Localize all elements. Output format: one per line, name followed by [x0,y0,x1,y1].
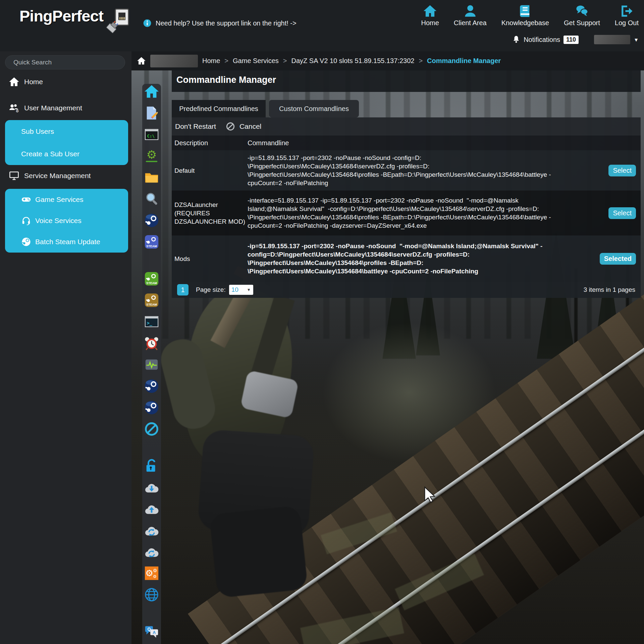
qa-chat-icon[interactable]: QA [144,624,159,639]
cancel-slash-icon [225,121,235,131]
mouse-cursor [423,486,437,502]
sidebar-item-user-management[interactable]: ⚙ User Management [0,99,131,117]
file-edit-icon[interactable] [144,105,159,121]
row-commandline: -ip=51.89.155.137 -port=2302 -noPause -n… [248,150,597,191]
rail-group-gap [142,608,161,624]
users-gear-icon: ⚙ [9,103,19,113]
breadcrumb-separator: > [224,57,228,65]
steam-badge-green-icon[interactable]: STEAM [144,271,159,286]
row-description: Default [172,164,248,177]
steam-circle-icon[interactable] [144,213,159,228]
main-nav: Home Client Area Knowledgebase Get Suppo… [421,4,639,27]
pagination-bar: 1 Page size: 10 ▼ 3 items in 1 pages [172,282,641,298]
sidebar-item-batch-steam-update[interactable]: Batch Steam Update [5,231,128,252]
svg-text:Q: Q [147,627,151,632]
row-actions: Selected [597,253,641,265]
steam-circle-icon[interactable] [144,400,159,415]
dont-restart-button[interactable]: Don't Restart [175,122,216,130]
headset-icon [21,216,31,226]
svg-text:A: A [153,630,156,635]
nav-client-area[interactable]: Client Area [454,4,487,27]
pingperfect-logo[interactable]: PingPerfect [19,7,129,34]
logo-text: PingPerfect [19,7,103,25]
help-text: Need help? Use the support link on the r… [156,19,297,27]
search-icon[interactable] [144,191,159,207]
select-button[interactable]: Select [608,207,636,219]
logo-plug-icon [105,8,129,34]
tab-predefined-commandlines[interactable]: Predefined Commandlines [172,100,266,117]
column-description: Description [172,139,248,147]
nav-get-support[interactable]: Get Support [564,4,600,27]
home-icon[interactable] [144,84,159,99]
table-row: Default-ip=51.89.155.137 -port=2302 -noP… [172,150,641,191]
monitor-icon [9,170,19,181]
figure-leg [209,505,308,598]
book-icon [518,4,532,18]
sidebar-item-service-management[interactable]: Service Management [0,166,131,185]
commandline-manager-panel: Commandline Manager Predefined Commandli… [172,68,641,298]
account-dropdown-caret[interactable]: ▼ [634,37,639,43]
block-icon[interactable] [144,421,159,437]
select-button[interactable]: Select [608,165,636,176]
sidebar-item-sub-users[interactable]: Sub Users [5,120,128,143]
sidebar-item-create-sub-user[interactable]: Create a Sub User [5,143,128,165]
quick-search-input[interactable] [5,55,125,69]
row-actions: Select [597,165,641,176]
svg-text:STEAM: STEAM [146,303,157,306]
nav-home[interactable]: Home [421,4,439,27]
row-commandline: -interface=51.89.155.137 -ip=51.89.155.1… [248,193,597,233]
sidebar-item-label: Voice Services [35,217,82,225]
nav-knowledgebase[interactable]: Knowledgebase [501,4,549,27]
panel-title-strip: Commandline Manager [172,68,641,92]
sidebar-item-home[interactable]: Home [0,72,131,91]
user-management-submenu: Sub Users Create a Sub User [5,120,128,165]
sidebar-item-label: Sub Users [21,127,54,136]
home-icon [9,76,19,87]
steam-icon [21,237,31,247]
sidebar-item-game-services[interactable]: Game Services [5,189,128,210]
cloud-sync-icon[interactable] [144,523,159,538]
page-size-select[interactable]: 10 ▼ [229,285,253,295]
folder-icon[interactable] [144,170,159,185]
gamepad-icon [21,195,31,205]
cmd-prompt-icon[interactable]: C:\ [144,127,159,142]
alarm-clock-icon[interactable] [144,335,159,351]
sidebar-item-label: User Management [24,104,82,112]
support-chat-icon [575,4,589,18]
svg-text:STEAM: STEAM [146,281,157,285]
breadcrumb-item-game-services[interactable]: Game Services [233,57,279,65]
cloud-sync-icon[interactable] [144,544,159,559]
row-commandline: -ip=51.89.155.137 -port=2302 -noPause -n… [248,238,597,279]
tab-custom-commandlines[interactable]: Custom Commandlines [269,100,359,117]
breadcrumb-item-home[interactable]: Home [202,57,220,65]
steam-circle-icon[interactable] [144,378,159,394]
redacted-account-name[interactable] [594,35,630,44]
svg-text:⚙: ⚙ [16,109,19,113]
notifications-label[interactable]: Notifications [524,36,560,44]
cloud-download-icon[interactable] [144,480,159,495]
sidebar-item-voice-services[interactable]: Voice Services [5,210,128,231]
pulse-monitor-icon[interactable] [144,357,159,372]
unlock-icon[interactable] [144,458,159,474]
breadcrumb-item-server[interactable]: DayZ SA V2 10 slots 51.89.155.137:2302 [291,57,414,65]
globe-icon[interactable] [144,587,159,602]
sidebar-item-label: Batch Steam Update [35,238,100,246]
notifications-count-badge[interactable]: 110 [564,36,579,44]
row-description: Mods [172,252,248,266]
selected-button[interactable]: Selected [600,253,636,265]
cloud-upload-icon[interactable] [144,501,159,517]
cancel-button[interactable]: Cancel [239,122,261,130]
nav-log-out[interactable]: Log Out [615,4,639,27]
sidebar-item-label: Home [24,78,43,86]
gears-orange-icon[interactable]: ⚙⚙⚙ [144,566,159,581]
info-icon [143,19,152,28]
breadcrumb-item-current: Commandline Manager [427,57,501,65]
breadcrumb-home-icon[interactable] [137,56,146,65]
gear-green-icon[interactable]: ⚙ [144,148,159,164]
terminal-icon[interactable]: >_ [144,314,159,329]
sidebar-item-label: Create a Sub User [21,150,79,158]
steam-badge-gold-icon[interactable]: STEAM [144,292,159,308]
steam-badge-blue-icon[interactable]: STEAM [144,234,159,250]
page-number-button[interactable]: 1 [177,284,189,296]
page-title: Commandline Manager [176,75,276,85]
